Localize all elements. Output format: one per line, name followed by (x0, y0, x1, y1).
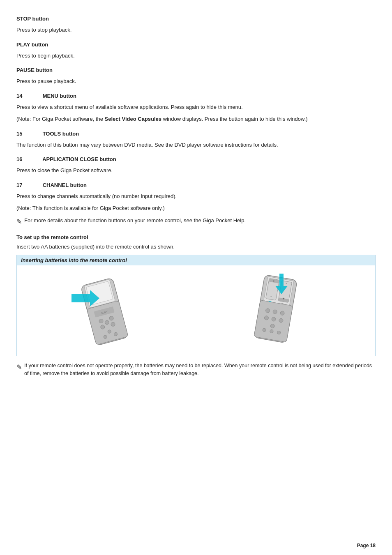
bottom-note: ✎ If your remote control does not operat… (16, 362, 376, 378)
image-box-content: SONY (17, 265, 375, 356)
heading-channel: 17 CHANNEL button (16, 182, 376, 188)
heading-play: PLAY button (16, 41, 376, 48)
section-tools: 15 TOOLS button The function of this but… (16, 131, 376, 149)
page-footer: Page 18 (357, 543, 376, 548)
section-menu: 14 MENU button Press to view a shortcut … (16, 93, 376, 123)
num-channel: 17 (16, 182, 41, 188)
tip-text-channel: For more details about the function butt… (24, 216, 246, 225)
image-box-title: Inserting batteries into the remote cont… (17, 255, 375, 265)
note-menu: (Note: For Giga Pocket software, the Sel… (16, 115, 376, 123)
label-appclose: APPLICATION CLOSE button (42, 156, 116, 162)
body-appclose: Press to close the Giga Pocket software. (16, 166, 376, 175)
tip-channel: ✎ For more details about the function bu… (16, 216, 376, 227)
section-play: PLAY button Press to begin playback. (16, 41, 376, 60)
page-content: STOP button Press to stop playback. PLAY… (0, 0, 392, 402)
body-channel: Press to change channels automatically (… (16, 192, 376, 200)
heading-pause: PAUSE button (16, 67, 376, 73)
num-tools: 15 (16, 131, 41, 137)
bottom-note-text: If your remote control does not operate … (24, 362, 376, 378)
body-play: Press to begin playback. (16, 52, 376, 60)
num-appclose: 16 (16, 156, 41, 162)
section-pause: PAUSE button Press to pause playback. (16, 67, 376, 85)
body-menu: Press to view a shortcut menu of availab… (16, 103, 376, 111)
section-appclose: 16 APPLICATION CLOSE button Press to clo… (16, 156, 376, 175)
note-channel: (Note: This function is available for Gi… (16, 204, 376, 212)
heading-stop: STOP button (16, 16, 376, 22)
tip-icon-channel: ✎ (16, 217, 22, 227)
section-setup: To set up the remote control Insert two … (16, 234, 376, 357)
body-tools: The function of this button may vary bet… (16, 141, 376, 149)
setup-heading: To set up the remote control (16, 234, 376, 240)
body-pause: Press to pause playback. (16, 77, 376, 85)
num-menu: 14 (16, 93, 41, 99)
heading-appclose: 16 APPLICATION CLOSE button (16, 156, 376, 162)
battery-illustration-left: SONY (67, 272, 150, 350)
heading-menu: 14 MENU button (16, 93, 376, 99)
battery-illustration-right: + - - + + - (234, 272, 325, 350)
section-stop: STOP button Press to stop playback. (16, 16, 376, 34)
image-box-batteries: Inserting batteries into the remote cont… (16, 255, 376, 356)
page-number: Page 18 (357, 543, 376, 548)
label-tools: TOOLS button (43, 131, 79, 137)
label-menu: MENU button (43, 93, 76, 99)
heading-tools: 15 TOOLS button (16, 131, 376, 137)
setup-body: Insert two AA batteries (supplied) into … (16, 243, 376, 251)
bottom-note-icon: ✎ (16, 362, 22, 372)
label-channel: CHANNEL button (43, 182, 87, 188)
body-stop: Press to stop playback. (16, 26, 376, 34)
section-channel: 17 CHANNEL button Press to change channe… (16, 182, 376, 227)
